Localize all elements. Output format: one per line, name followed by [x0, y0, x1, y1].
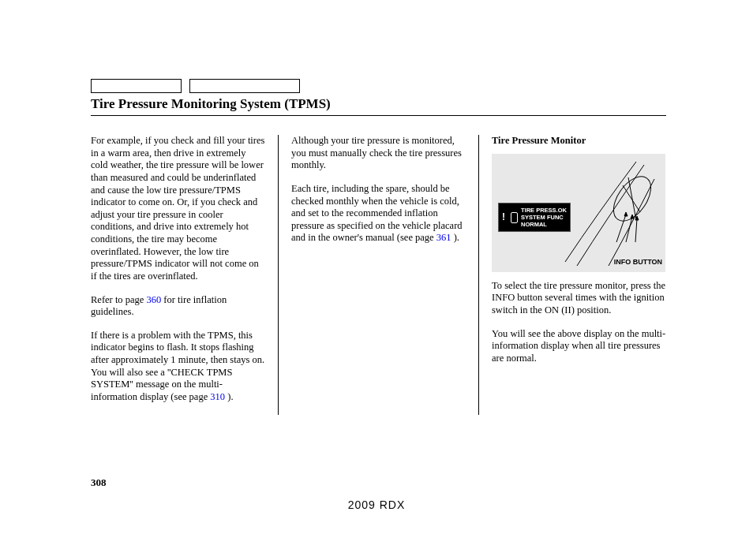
car-icon: [509, 211, 518, 223]
page-number: 308: [91, 476, 107, 489]
tire-pressure-monitor-heading: Tire Pressure Monitor: [492, 135, 666, 147]
col1-para2: Refer to page 360 for tire inflation gui…: [91, 294, 265, 319]
column-1: For example, if you check and fill your …: [91, 135, 279, 415]
model-year: 2009 RDX: [0, 498, 753, 511]
page-link-310[interactable]: 310: [210, 391, 225, 402]
page-link-360[interactable]: 360: [146, 294, 161, 305]
col1-para1: For example, if you check and fill your …: [91, 135, 265, 283]
col1-p3-text-a: If there is a problem with the TPMS, thi…: [91, 330, 264, 402]
column-3: Tire Pressure Monitor: [479, 135, 666, 415]
page-title: Tire Pressure Monitoring System (TPMS): [91, 96, 666, 116]
header-placeholder-boxes: [91, 79, 666, 93]
info-button-label: INFO BUTTON: [614, 258, 662, 267]
display-text: TIRE PRESS.OK SYSTEM FUNC NORMAL: [521, 207, 567, 228]
col2-p2-text-b: ).: [451, 232, 459, 243]
page-link-361[interactable]: 361: [434, 232, 451, 243]
header-box-1: [91, 79, 182, 93]
svg-marker-6: [624, 212, 628, 216]
col3-para1: To select the tire pressure monitor, pre…: [492, 280, 666, 317]
col2-para2: Each tire, including the spare, should b…: [291, 183, 466, 245]
col1-p2-text-a: Refer to page: [91, 294, 146, 305]
col2-para1: Although your tire pressure is monitored…: [291, 135, 466, 172]
steering-wheel-illustration: [561, 155, 664, 270]
svg-line-5: [635, 218, 637, 242]
warning-icon: !: [502, 211, 505, 222]
col1-para3: If there is a problem with the TPMS, thi…: [91, 330, 265, 404]
dashboard-diagram: ! TIRE PRESS.OK SYSTEM FUNC NORMAL INFO …: [492, 154, 665, 272]
col3-para2: You will see the above display on the mu…: [492, 328, 666, 365]
display-line1: TIRE PRESS.OK: [521, 207, 567, 214]
svg-marker-7: [631, 215, 634, 218]
display-line2: SYSTEM FUNC: [521, 214, 564, 221]
svg-line-1: [623, 185, 640, 212]
display-line3: NORMAL: [521, 221, 547, 228]
col1-p3-text-b: ).: [225, 391, 233, 402]
svg-line-3: [616, 215, 626, 242]
header-box-2: [189, 79, 300, 93]
tire-pressure-display: ! TIRE PRESS.OK SYSTEM FUNC NORMAL: [498, 203, 571, 232]
column-2: Although your tire pressure is monitored…: [279, 135, 479, 415]
